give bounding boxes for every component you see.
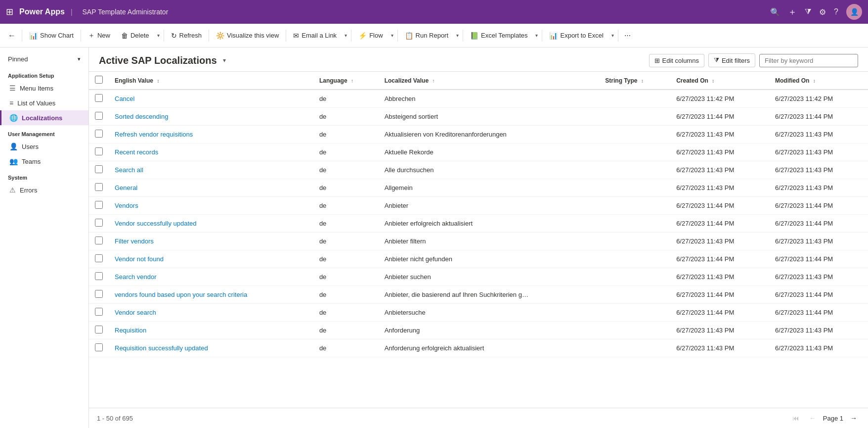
row-checkbox-cell[interactable] [89,179,109,197]
row-checkbox[interactable] [95,183,103,191]
run-report-button[interactable]: 📋 Run Report [400,29,453,42]
next-page-button[interactable]: → [847,412,860,424]
edit-columns-button[interactable]: ⊞ Edit columns [649,54,704,67]
sidebar-toggle[interactable]: Pinned ▾ [0,51,88,67]
row-checkbox-cell[interactable] [89,126,109,143]
row-checkbox[interactable] [95,112,103,120]
excel-templates-button[interactable]: 📗 Excel Templates [465,29,532,42]
row-checkbox-cell[interactable] [89,250,109,268]
edit-filters-button[interactable]: ⧩ Edit filters [708,53,755,67]
row-checkbox-cell[interactable] [89,215,109,233]
sidebar-item-list-of-values[interactable]: ≡ List of Values [0,95,88,110]
row-checkbox[interactable] [95,147,103,155]
help-icon[interactable]: ? [834,7,838,16]
row-checkbox-cell[interactable] [89,108,109,126]
row-checkbox[interactable] [95,343,103,351]
sidebar-item-localizations[interactable]: 🌐 Localizations [0,110,88,125]
export-excel-chevron[interactable]: ▾ [609,30,616,41]
sidebar-item-users[interactable]: 👤 Users [0,139,88,154]
col-language[interactable]: Language ↑ [313,72,379,90]
cell-english-value[interactable]: Search vendor [109,268,313,286]
row-checkbox[interactable] [95,290,103,298]
add-icon[interactable]: ＋ [788,6,797,18]
cell-localized-value: Anforderung [379,322,600,339]
row-checkbox-cell[interactable] [89,268,109,286]
view-title-chevron-icon[interactable]: ▾ [223,57,226,64]
delete-chevron[interactable]: ▾ [155,30,162,41]
row-checkbox[interactable] [95,308,103,316]
cell-english-value[interactable]: General [109,179,313,197]
new-button[interactable]: ＋ New [83,29,115,43]
row-checkbox[interactable] [95,165,103,173]
cell-english-value[interactable]: Cancel [109,90,313,108]
export-excel-button[interactable]: 📊 Export to Excel [544,29,608,42]
col-modified-on[interactable]: Modified On ↕ [769,72,868,90]
top-nav-actions: 🔍 ＋ ⧩ ⚙ ? 👤 [770,4,862,20]
visualize-button[interactable]: 🔆 Visualize this view [211,29,284,42]
more-button[interactable]: ⋯ [620,29,635,42]
filter-by-keyword-input[interactable] [759,54,858,67]
prev-page-button[interactable]: ← [806,412,819,424]
row-checkbox-cell[interactable] [89,339,109,357]
row-checkbox[interactable] [95,254,103,262]
row-checkbox-cell[interactable] [89,286,109,304]
col-localized-value[interactable]: Localized Value ↑ [379,72,600,90]
sidebar-item-menu-items[interactable]: ☰ Menu Items [0,81,88,95]
settings-icon[interactable]: ⚙ [819,7,826,17]
cell-created-on: 6/27/2023 11:44 PM [670,197,769,215]
cell-english-value[interactable]: Vendor search [109,304,313,322]
row-checkbox-cell[interactable] [89,90,109,108]
row-checkbox-cell[interactable] [89,197,109,215]
row-checkbox[interactable] [95,94,103,102]
row-checkbox-cell[interactable] [89,161,109,179]
excel-templates-chevron[interactable]: ▾ [533,30,540,41]
cell-english-value[interactable]: vendors found based upon your search cri… [109,286,313,304]
table-row: Cancel de Abbrechen 6/27/2023 11:42 PM 6… [89,90,868,108]
email-chevron[interactable]: ▾ [343,30,349,41]
avatar[interactable]: 👤 [846,4,862,20]
cell-english-value[interactable]: Recent records [109,143,313,161]
show-chart-button[interactable]: 📊 Show Chart [24,29,79,42]
select-all-checkbox[interactable] [95,76,103,84]
col-created-on[interactable]: Created On ↕ [670,72,769,90]
search-icon[interactable]: 🔍 [770,7,780,17]
row-checkbox[interactable] [95,219,103,227]
cell-english-value[interactable]: Filter vendors [109,233,313,250]
cell-english-value[interactable]: Search all [109,161,313,179]
flow-button[interactable]: ⚡ Flow [353,29,388,42]
cell-language: de [313,161,379,179]
run-report-chevron[interactable]: ▾ [454,30,461,41]
select-all-col[interactable] [89,72,109,90]
row-checkbox-cell[interactable] [89,304,109,322]
menu-items-icon: ☰ [9,84,16,92]
email-button[interactable]: ✉ Email a Link [288,29,342,42]
cell-english-value[interactable]: Vendor not found [109,250,313,268]
row-checkbox-cell[interactable] [89,233,109,250]
row-checkbox-cell[interactable] [89,143,109,161]
first-page-button[interactable]: ⏮ [789,412,802,424]
delete-button[interactable]: 🗑 Delete [116,29,154,42]
row-checkbox[interactable] [95,272,103,280]
cell-english-value[interactable]: Sorted descending [109,108,313,126]
cell-english-value[interactable]: Requisition successfully updated [109,339,313,357]
row-checkbox[interactable] [95,201,103,209]
filter-icon[interactable]: ⧩ [805,7,811,16]
flow-chevron[interactable]: ▾ [389,30,395,41]
grid-icon[interactable]: ⊞ [6,6,13,17]
col-string-type[interactable]: String Type ↕ [599,72,670,90]
row-checkbox[interactable] [95,237,103,244]
cell-english-value[interactable]: Refresh vendor requisitions [109,126,313,143]
cell-english-value[interactable]: Vendors [109,197,313,215]
cell-modified-on: 6/27/2023 11:43 PM [769,161,868,179]
refresh-button[interactable]: ↻ Refresh [166,29,207,42]
row-checkbox[interactable] [95,130,103,138]
sidebar-item-teams[interactable]: 👥 Teams [0,154,88,169]
cell-english-value[interactable]: Vendor successfully updated [109,215,313,233]
cell-english-value[interactable]: Requisition [109,322,313,339]
row-checkbox-cell[interactable] [89,322,109,339]
col-english-value[interactable]: English Value ↕ [109,72,313,90]
cell-language: de [313,197,379,215]
sidebar-item-errors[interactable]: ⚠ Errors [0,183,88,197]
back-button[interactable]: ← [4,28,20,43]
row-checkbox[interactable] [95,326,103,333]
